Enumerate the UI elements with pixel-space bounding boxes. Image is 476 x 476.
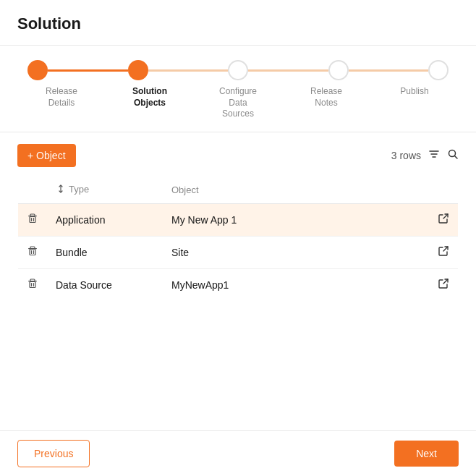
next-button[interactable]: Next [394,441,459,467]
row-action-cell [429,204,459,237]
delete-icon[interactable] [27,247,38,259]
row-delete-cell [18,237,48,269]
col-header-action [429,176,459,204]
data-table: Type Object [17,176,459,302]
stepper-track [17,60,459,80]
step-line-1-2 [48,69,128,72]
stepper-container: ReleaseDetails SolutionObjects Configure… [0,46,476,132]
row-object-cell: MyNewApp1 [163,269,429,302]
page-header: Solution [0,0,476,46]
step-label-configure-data-sources: ConfigureDataSources [194,86,282,120]
row-type-cell: Data Source [47,269,163,302]
step-line-3-4 [248,69,328,72]
external-link-icon[interactable] [438,247,449,259]
step-line-2-3 [148,69,229,72]
step-label-release-notes: ReleaseNotes [282,86,370,120]
row-object-cell: Site [163,237,429,269]
step-label-publish: Publish [370,86,459,120]
row-object-cell: My New App 1 [163,204,429,237]
search-icon[interactable] [447,148,459,163]
svg-line-7 [443,214,448,218]
previous-button[interactable]: Previous [17,440,90,467]
row-type-cell: Bundle [47,237,163,269]
main-content: + Object 3 rows [0,132,476,314]
step-circle-release-notes [328,60,349,80]
col-header-object: Object [163,176,429,204]
delete-icon[interactable] [27,279,38,292]
svg-line-1 [455,156,458,158]
col-header-delete [18,176,48,204]
svg-rect-9 [30,250,35,255]
filter-icon[interactable] [428,148,440,163]
row-delete-cell [18,269,48,302]
step-circle-publish [428,60,449,80]
stepper-labels: ReleaseDetails SolutionObjects Configure… [17,86,459,120]
step-label-release-details: ReleaseDetails [17,86,106,120]
row-delete-cell [18,204,48,237]
svg-line-12 [443,247,448,251]
toolbar: + Object 3 rows [17,144,459,167]
external-link-icon[interactable] [438,214,449,226]
row-action-cell [429,237,459,269]
table-row: Bundle Site [18,237,459,269]
delete-icon[interactable] [27,214,38,226]
add-object-button[interactable]: + Object [17,144,76,167]
step-label-solution-objects: SolutionObjects [106,86,194,120]
toolbar-right: 3 rows [391,148,459,163]
page-title: Solution [17,14,459,33]
table-row: Application My New App 1 [18,204,459,237]
row-action-cell [429,269,459,302]
step-circle-release-details [27,60,48,80]
svg-rect-14 [30,282,35,288]
row-count: 3 rows [391,150,421,161]
step-circle-configure-data-sources [228,60,248,80]
external-link-icon[interactable] [438,279,449,292]
svg-line-17 [443,279,448,284]
col-header-type: Type [47,176,163,204]
sort-icon: Type [56,184,89,195]
table-row: Data Source MyNewApp1 [18,269,459,302]
row-type-cell: Application [47,204,163,237]
step-circle-solution-objects [128,60,148,80]
svg-rect-4 [30,217,35,223]
step-line-4-5 [349,69,429,72]
footer: Previous Next [0,430,476,476]
